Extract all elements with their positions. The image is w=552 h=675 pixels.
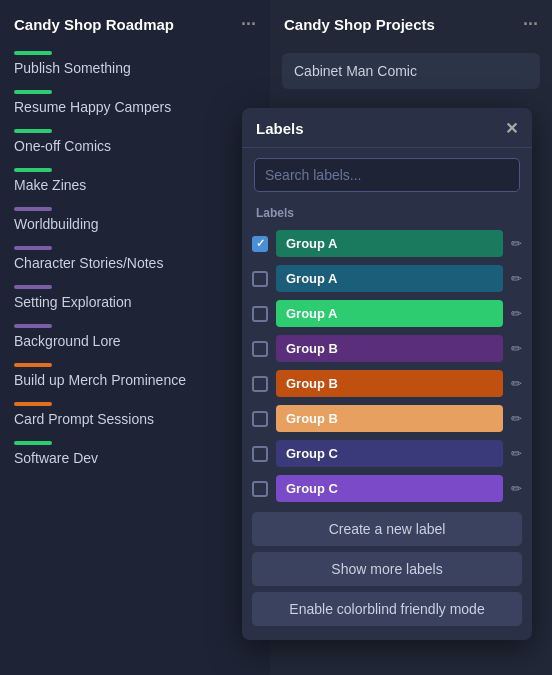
item-label: Publish Something <box>14 60 256 76</box>
cabinet-item-label: Cabinet Man Comic <box>294 63 417 79</box>
modal-title: Labels <box>256 120 304 137</box>
item-label: Setting Exploration <box>14 294 256 310</box>
label-edit-icon[interactable]: ✏ <box>511 411 522 426</box>
list-item[interactable]: Character Stories/Notes <box>0 240 270 279</box>
left-panel-menu-icon[interactable]: ··· <box>241 14 256 35</box>
item-color-bar <box>14 285 52 289</box>
label-row[interactable]: Group A✏ <box>242 296 532 331</box>
modal-header: Labels ✕ <box>242 108 532 148</box>
labels-modal: Labels ✕ Labels Group A✏Group A✏Group A✏… <box>242 108 532 640</box>
labels-list: Group A✏Group A✏Group A✏Group B✏Group B✏… <box>242 226 532 506</box>
label-checkbox[interactable] <box>252 271 268 287</box>
modal-action-btn-0[interactable]: Create a new label <box>252 512 522 546</box>
item-color-bar <box>14 90 52 94</box>
list-item[interactable]: One-off Comics <box>0 123 270 162</box>
item-color-bar <box>14 168 52 172</box>
right-panel-header: Candy Shop Projects ··· <box>270 0 552 45</box>
label-checkbox[interactable] <box>252 411 268 427</box>
modal-action-btn-1[interactable]: Show more labels <box>252 552 522 586</box>
label-checkbox[interactable] <box>252 236 268 252</box>
item-color-bar <box>14 246 52 250</box>
right-panel-title: Candy Shop Projects <box>284 16 435 33</box>
label-edit-icon[interactable]: ✏ <box>511 376 522 391</box>
label-pill: Group B <box>276 370 503 397</box>
item-label: Resume Happy Campers <box>14 99 256 115</box>
label-row[interactable]: Group B✏ <box>242 366 532 401</box>
list-item[interactable]: Worldbuilding <box>0 201 270 240</box>
cabinet-item[interactable]: Cabinet Man Comic <box>282 53 540 89</box>
item-color-bar <box>14 324 52 328</box>
list-item[interactable]: Make Zines <box>0 162 270 201</box>
item-label: Card Prompt Sessions <box>14 411 256 427</box>
list-item[interactable]: Setting Exploration <box>0 279 270 318</box>
label-pill: Group C <box>276 440 503 467</box>
item-label: Background Lore <box>14 333 256 349</box>
label-checkbox[interactable] <box>252 376 268 392</box>
label-pill: Group A <box>276 230 503 257</box>
label-edit-icon[interactable]: ✏ <box>511 481 522 496</box>
item-color-bar <box>14 402 52 406</box>
label-pill: Group C <box>276 475 503 502</box>
labels-section-title: Labels <box>242 202 532 226</box>
list-item[interactable]: Software Dev <box>0 435 270 474</box>
item-color-bar <box>14 363 52 367</box>
label-row[interactable]: Group C✏ <box>242 471 532 506</box>
item-label: Software Dev <box>14 450 256 466</box>
modal-footer: Create a new labelShow more labelsEnable… <box>242 512 532 640</box>
item-label: One-off Comics <box>14 138 256 154</box>
label-row[interactable]: Group B✏ <box>242 331 532 366</box>
label-edit-icon[interactable]: ✏ <box>511 306 522 321</box>
label-pill: Group B <box>276 405 503 432</box>
label-checkbox[interactable] <box>252 481 268 497</box>
item-label: Build up Merch Prominence <box>14 372 256 388</box>
left-items-list: Publish Something✏Resume Happy CampersOn… <box>0 45 270 474</box>
left-panel-header: Candy Shop Roadmap ··· <box>0 0 270 45</box>
label-checkbox[interactable] <box>252 446 268 462</box>
list-item[interactable]: Card Prompt Sessions <box>0 396 270 435</box>
list-item[interactable]: Publish Something✏ <box>0 45 270 84</box>
item-color-bar <box>14 129 52 133</box>
label-row[interactable]: Group C✏ <box>242 436 532 471</box>
item-color-bar <box>14 207 52 211</box>
list-item[interactable]: Background Lore <box>0 318 270 357</box>
label-row[interactable]: Group A✏ <box>242 226 532 261</box>
label-pill: Group A <box>276 265 503 292</box>
search-input[interactable] <box>254 158 520 192</box>
label-pill: Group B <box>276 335 503 362</box>
item-color-bar <box>14 441 52 445</box>
list-item[interactable]: Resume Happy Campers <box>0 84 270 123</box>
modal-action-btn-2[interactable]: Enable colorblind friendly mode <box>252 592 522 626</box>
close-icon[interactable]: ✕ <box>505 121 518 137</box>
item-label: Make Zines <box>14 177 256 193</box>
item-label: Worldbuilding <box>14 216 256 232</box>
right-panel-menu-icon[interactable]: ··· <box>523 14 538 35</box>
label-row[interactable]: Group A✏ <box>242 261 532 296</box>
label-edit-icon[interactable]: ✏ <box>511 446 522 461</box>
list-item[interactable]: Build up Merch Prominence <box>0 357 270 396</box>
left-panel: Candy Shop Roadmap ··· Publish Something… <box>0 0 270 675</box>
left-panel-title: Candy Shop Roadmap <box>14 16 174 33</box>
label-checkbox[interactable] <box>252 306 268 322</box>
label-edit-icon[interactable]: ✏ <box>511 341 522 356</box>
label-edit-icon[interactable]: ✏ <box>511 236 522 251</box>
item-color-bar <box>14 51 52 55</box>
label-edit-icon[interactable]: ✏ <box>511 271 522 286</box>
item-label: Character Stories/Notes <box>14 255 256 271</box>
label-row[interactable]: Group B✏ <box>242 401 532 436</box>
label-checkbox[interactable] <box>252 341 268 357</box>
label-pill: Group A <box>276 300 503 327</box>
